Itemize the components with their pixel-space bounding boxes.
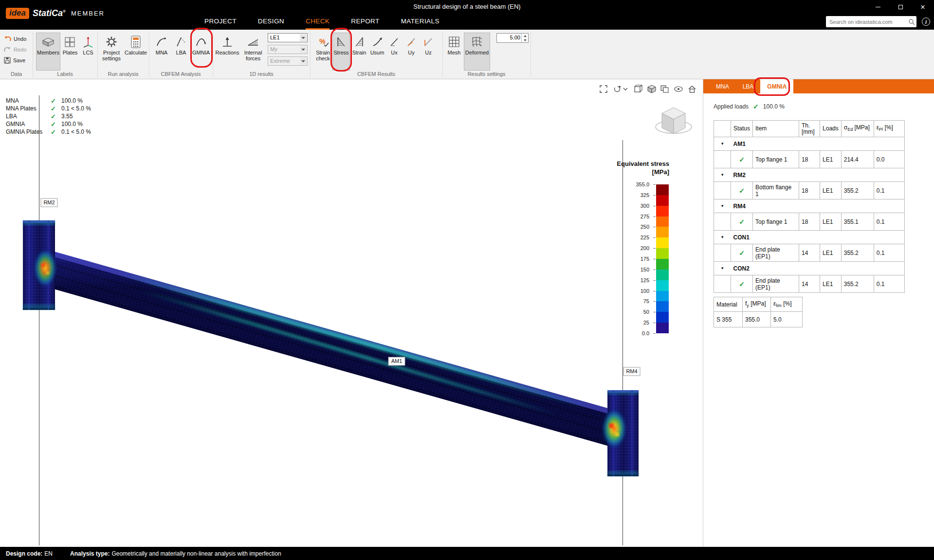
- ribbon-separator: [213, 32, 213, 77]
- tab-mna[interactable]: MNA: [709, 79, 736, 93]
- mna-button[interactable]: MNA: [152, 33, 171, 70]
- col-loads: Loads: [820, 121, 842, 137]
- minimize-button[interactable]: [867, 0, 889, 14]
- spinner-arrows[interactable]: [521, 34, 528, 42]
- reactions-button[interactable]: Reactions: [216, 33, 239, 70]
- beam-member-am1[interactable]: [51, 251, 616, 448]
- gmnia-button[interactable]: GMNIA: [192, 33, 210, 70]
- stress-button[interactable]: Stress: [333, 33, 349, 70]
- group-label-labels: Labels: [33, 71, 97, 77]
- plates-toggle[interactable]: Plates: [62, 33, 78, 70]
- model-viewport[interactable]: RM2 AM1 RM4 MNA✓100.0 %MNA Plates✓0.1 < …: [0, 79, 703, 547]
- extreme-select[interactable]: Extreme: [268, 56, 308, 66]
- strain-check-button[interactable]: % Strain check: [314, 33, 332, 70]
- undo-button[interactable]: Undo: [4, 35, 26, 43]
- group-name: RM2: [731, 168, 905, 182]
- legend-tick-label: 275: [610, 214, 649, 219]
- search-box[interactable]: [826, 16, 916, 27]
- legend-tick-label: 125: [610, 277, 649, 283]
- menu-item-report[interactable]: REPORT: [351, 14, 379, 30]
- legend-tick-label: 175: [610, 256, 649, 262]
- model-3d-scene[interactable]: RM2 AM1 RM4: [0, 79, 703, 547]
- internal-forces-button[interactable]: Internal forces: [240, 33, 266, 70]
- menu-item-check[interactable]: CHECK: [306, 14, 330, 30]
- menu-item-materials[interactable]: MATERIALS: [401, 14, 440, 30]
- group-name: CON1: [731, 231, 905, 244]
- result-row[interactable]: ✓End plate (EP1)14LE1355.20.1: [714, 244, 905, 262]
- result-group-con1[interactable]: ▼CON1: [714, 231, 905, 244]
- strain-button[interactable]: Strain: [351, 33, 367, 70]
- legend-band: [656, 291, 669, 302]
- result-row[interactable]: ✓Top flange 118LE1214.40.0: [714, 151, 905, 168]
- expander-icon[interactable]: ▼: [714, 262, 731, 275]
- legend-tick-mark: [653, 301, 656, 302]
- tab-lba[interactable]: LBA: [736, 79, 761, 93]
- legend-tick-label: 250: [610, 224, 649, 230]
- uz-icon: [423, 34, 434, 50]
- window-controls: ×: [867, 0, 934, 14]
- material-row[interactable]: S 355 355.0 5.0: [714, 312, 803, 327]
- calculate-button[interactable]: Calculate: [124, 33, 147, 70]
- chevron-down-icon[interactable]: [622, 84, 629, 94]
- column-rm2[interactable]: [23, 220, 57, 310]
- mesh-toggle[interactable]: Mesh: [445, 33, 463, 70]
- save-button[interactable]: Save: [4, 56, 25, 64]
- redo-icon: [4, 46, 11, 53]
- redo-button[interactable]: Redo: [4, 45, 26, 54]
- deformed-scale-spinner[interactable]: 5.00: [496, 33, 529, 43]
- ux-button[interactable]: Ux: [387, 33, 401, 70]
- menu-item-design[interactable]: DESIGN: [258, 14, 284, 30]
- chevron-down-icon: [300, 46, 307, 53]
- uy-button[interactable]: Uy: [404, 33, 418, 70]
- usum-button[interactable]: Usum: [368, 33, 386, 70]
- menu-item-project[interactable]: PROJECT: [204, 14, 237, 30]
- group-label-1d-results: 1D results: [213, 71, 310, 77]
- legend-tick-label: 355.0: [610, 181, 649, 187]
- deformed-toggle[interactable]: Deformed: [464, 33, 490, 70]
- view-faces-button[interactable]: [659, 84, 671, 94]
- view-front-button[interactable]: [633, 84, 644, 94]
- legend-ticks: 355.032530027525022520017515012510075502…: [610, 184, 653, 333]
- close-button[interactable]: ×: [912, 0, 934, 14]
- results-table-body: ▼AM1✓Top flange 118LE1214.40.0▼RM2✓Botto…: [714, 137, 905, 293]
- lba-button[interactable]: LBA: [172, 33, 190, 70]
- expander-icon[interactable]: ▼: [714, 231, 731, 244]
- result-group-con2[interactable]: ▼CON2: [714, 262, 905, 275]
- expander-icon[interactable]: ▼: [714, 137, 731, 151]
- expander-icon[interactable]: ▼: [714, 199, 731, 213]
- maximize-button[interactable]: [889, 0, 912, 14]
- result-group-rm4[interactable]: ▼RM4: [714, 199, 905, 213]
- tab-gmnia[interactable]: GMNIA: [760, 79, 793, 93]
- view-axonometry-button[interactable]: [646, 84, 658, 94]
- undo-icon: [4, 36, 11, 42]
- component-select[interactable]: My: [268, 45, 308, 54]
- legend-band: [656, 301, 669, 312]
- column-rm4[interactable]: [602, 390, 639, 476]
- ribbon: Undo Redo Save Data Members Plates: [0, 30, 934, 79]
- search-input[interactable]: [826, 19, 907, 25]
- orbit-button[interactable]: [611, 84, 623, 94]
- navigation-cube[interactable]: [656, 108, 692, 134]
- result-row[interactable]: ✓End plate (EP1)14LE1355.20.1: [714, 275, 905, 293]
- result-group-am1[interactable]: ▼AM1: [714, 137, 905, 151]
- ribbon-separator: [531, 32, 531, 77]
- members-toggle[interactable]: Members: [37, 33, 60, 70]
- result-row[interactable]: ✓Top flange 118LE1355.10.1: [714, 213, 905, 231]
- search-icon: [907, 17, 916, 27]
- minimize-icon: [876, 7, 880, 7]
- uz-button[interactable]: Uz: [421, 33, 435, 70]
- expander-icon[interactable]: ▼: [714, 168, 731, 182]
- project-settings-button[interactable]: Project settings: [100, 33, 123, 70]
- calculator-icon: [130, 34, 141, 50]
- material-table: Material fy [MPa] εlim [%] S 355 355.0 5…: [714, 297, 803, 327]
- info-icon[interactable]: i: [922, 18, 930, 26]
- load-effect-select[interactable]: LE1: [268, 33, 308, 42]
- perspective-eye-button[interactable]: [673, 84, 684, 94]
- result-row[interactable]: ✓Bottom flange 118LE1355.20.1: [714, 182, 905, 199]
- status-row-lba: LBA✓3.55: [6, 112, 91, 120]
- group-name: CON2: [731, 262, 905, 275]
- lcs-toggle[interactable]: LCS: [80, 33, 96, 70]
- result-group-rm2[interactable]: ▼RM2: [714, 168, 905, 182]
- zoom-fit-button[interactable]: [598, 84, 609, 94]
- home-view-button[interactable]: [686, 84, 698, 94]
